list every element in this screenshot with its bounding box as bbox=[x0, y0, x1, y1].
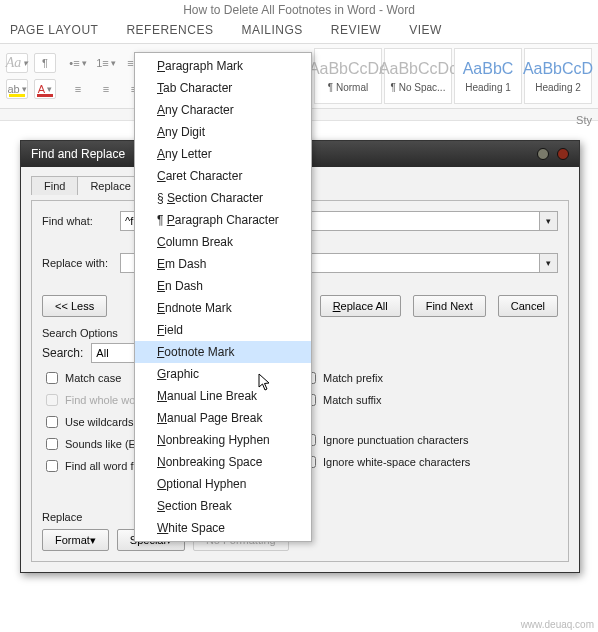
style-no-spacing[interactable]: AaBbCcDc ¶ No Spac... bbox=[384, 48, 452, 104]
special-item-any-character[interactable]: Any Character bbox=[135, 99, 311, 121]
special-item-footnote-mark[interactable]: Footnote Mark bbox=[135, 341, 311, 363]
special-item-optional-hyphen[interactable]: Optional Hyphen bbox=[135, 473, 311, 495]
special-item-graphic[interactable]: Graphic bbox=[135, 363, 311, 385]
align-left-button[interactable]: ≡ bbox=[66, 79, 90, 99]
tab-references[interactable]: REFERENCES bbox=[126, 23, 213, 37]
special-item-white-space[interactable]: White Space bbox=[135, 517, 311, 539]
special-item-em-dash[interactable]: Em Dash bbox=[135, 253, 311, 275]
special-item-caret-character[interactable]: Caret Character bbox=[135, 165, 311, 187]
highlight-color-button[interactable]: ab▾ bbox=[6, 79, 28, 99]
whole-word-check bbox=[46, 394, 58, 406]
find-what-dropdown[interactable]: ▾ bbox=[540, 211, 558, 231]
special-item-column-break[interactable]: Column Break bbox=[135, 231, 311, 253]
format-button[interactable]: Format ▾ bbox=[42, 529, 109, 551]
special-item-nonbreaking-space[interactable]: Nonbreaking Space bbox=[135, 451, 311, 473]
cancel-button[interactable]: Cancel bbox=[498, 295, 558, 317]
special-item-endnote-mark[interactable]: Endnote Mark bbox=[135, 297, 311, 319]
style-heading2[interactable]: AaBbCcD Heading 2 bbox=[524, 48, 592, 104]
word-forms-check[interactable] bbox=[46, 460, 58, 472]
style-gallery: AaBbCcDc ¶ Normal AaBbCcDc ¶ No Spac... … bbox=[314, 48, 592, 104]
special-item-field[interactable]: Field bbox=[135, 319, 311, 341]
close-icon[interactable] bbox=[557, 148, 569, 160]
tab-review[interactable]: REVIEW bbox=[331, 23, 381, 37]
special-item-manual-line-break[interactable]: Manual Line Break bbox=[135, 385, 311, 407]
less-button[interactable]: << Less bbox=[42, 295, 107, 317]
tab-find[interactable]: Find bbox=[31, 176, 77, 195]
special-item-nonbreaking-hyphen[interactable]: Nonbreaking Hyphen bbox=[135, 429, 311, 451]
tab-view[interactable]: VIEW bbox=[409, 23, 442, 37]
search-scope-label: Search: bbox=[42, 346, 83, 360]
font-color-button[interactable]: A▾ bbox=[34, 79, 56, 99]
wildcards-check[interactable] bbox=[46, 416, 58, 428]
find-what-label: Find what: bbox=[42, 215, 120, 227]
tab-mailings[interactable]: MAILINGS bbox=[241, 23, 302, 37]
styles-group-label: Sty bbox=[576, 114, 592, 126]
clear-formatting-button[interactable]: ¶ bbox=[34, 53, 56, 73]
bullets-button[interactable]: •≡▾ bbox=[66, 53, 90, 73]
special-item-any-letter[interactable]: Any Letter bbox=[135, 143, 311, 165]
replace-all-button[interactable]: Replace All bbox=[320, 295, 401, 317]
font-picker[interactable]: Aa▾ bbox=[6, 53, 28, 73]
special-item-en-dash[interactable]: En Dash bbox=[135, 275, 311, 297]
minimize-icon[interactable] bbox=[537, 148, 549, 160]
style-heading1[interactable]: AaBbC Heading 1 bbox=[454, 48, 522, 104]
watermark: www.deuaq.com bbox=[521, 619, 594, 630]
special-item--section-character[interactable]: § Section Character bbox=[135, 187, 311, 209]
align-center-button[interactable]: ≡ bbox=[94, 79, 118, 99]
special-item-section-break[interactable]: Section Break bbox=[135, 495, 311, 517]
replace-with-label: Replace with: bbox=[42, 257, 120, 269]
style-normal[interactable]: AaBbCcDc ¶ Normal bbox=[314, 48, 382, 104]
match-case-check[interactable] bbox=[46, 372, 58, 384]
special-item-paragraph-mark[interactable]: Paragraph Mark bbox=[135, 55, 311, 77]
special-item--paragraph-character[interactable]: ¶ Paragraph Character bbox=[135, 209, 311, 231]
dialog-title-text: Find and Replace bbox=[31, 147, 125, 161]
find-next-button[interactable]: Find Next bbox=[413, 295, 486, 317]
window-title: How to Delete All Footnotes in Word - Wo… bbox=[0, 0, 598, 19]
special-item-tab-character[interactable]: Tab Character bbox=[135, 77, 311, 99]
replace-with-dropdown[interactable]: ▾ bbox=[540, 253, 558, 273]
sounds-like-check[interactable] bbox=[46, 438, 58, 450]
tab-page-layout[interactable]: PAGE LAYOUT bbox=[10, 23, 98, 37]
special-characters-menu[interactable]: Paragraph MarkTab CharacterAny Character… bbox=[134, 52, 312, 542]
ribbon-tabs: PAGE LAYOUT REFERENCES MAILINGS REVIEW V… bbox=[0, 19, 598, 43]
numbering-button[interactable]: 1≡▾ bbox=[94, 53, 118, 73]
special-item-any-digit[interactable]: Any Digit bbox=[135, 121, 311, 143]
special-item-manual-page-break[interactable]: Manual Page Break bbox=[135, 407, 311, 429]
